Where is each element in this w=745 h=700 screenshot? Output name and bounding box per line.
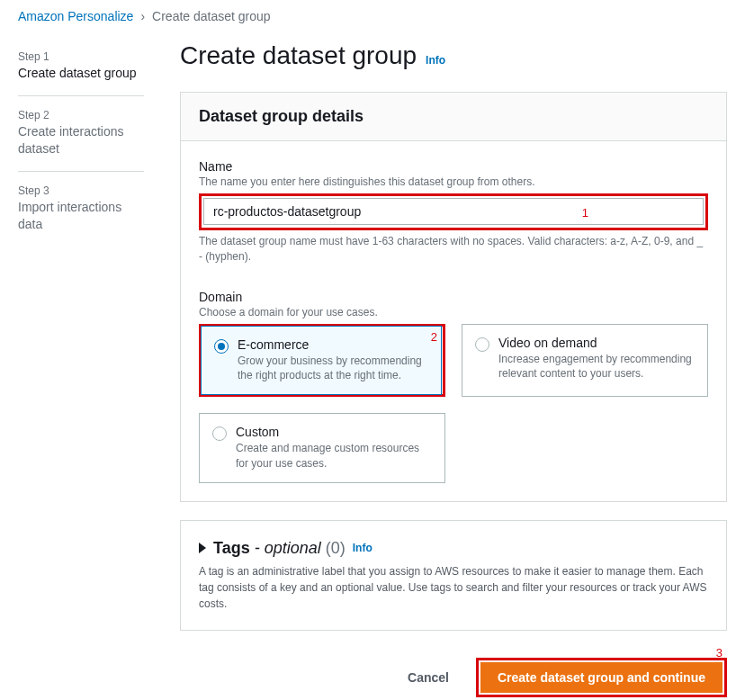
step-2[interactable]: Step 2 Create interactions dataset <box>18 109 144 172</box>
step-label: Step 1 <box>18 50 144 63</box>
step-title: Create interactions dataset <box>18 123 144 158</box>
tags-info-link[interactable]: Info <box>353 542 372 554</box>
tile-title: Custom <box>236 425 432 439</box>
create-dataset-group-button[interactable]: Create dataset group and continue <box>480 662 723 693</box>
caret-right-icon[interactable] <box>199 543 206 553</box>
panel-heading: Dataset group details <box>199 107 708 126</box>
tile-desc: Grow your business by recommending the r… <box>238 354 428 384</box>
breadcrumb-root[interactable]: Amazon Personalize <box>18 9 133 23</box>
page-title: Create dataset group <box>180 41 417 70</box>
name-label: Name <box>199 159 708 174</box>
tags-desc: A tag is an administrative label that yo… <box>199 563 708 612</box>
domain-desc: Choose a domain for your use cases. <box>199 306 708 319</box>
step-title: Import interactions data <box>18 199 144 234</box>
breadcrumb-current: Create dataset group <box>152 9 271 23</box>
annotation-1: 1 <box>582 205 588 219</box>
radio-icon <box>212 426 227 441</box>
tile-title: E-commerce <box>238 337 428 352</box>
tile-title: Video on demand <box>498 336 695 350</box>
radio-icon <box>475 337 489 352</box>
wizard-sidebar: Step 1 Create dataset group Step 2 Creat… <box>0 32 144 700</box>
tags-panel: Tags - optional (0) Info A tag is an adm… <box>180 520 727 631</box>
annotation-2: 2 <box>431 330 437 344</box>
chevron-right-icon: › <box>140 9 145 23</box>
name-help: The dataset group name must have 1-63 ch… <box>199 234 708 265</box>
annotation-box-2: E-commerce Grow your business by recomme… <box>199 324 445 398</box>
step-title: Create dataset group <box>18 65 144 83</box>
name-input[interactable] <box>203 198 704 225</box>
radio-icon <box>214 339 229 354</box>
step-1[interactable]: Step 1 Create dataset group <box>18 50 144 96</box>
tile-desc: Increase engagement by recommending rele… <box>498 352 695 382</box>
cancel-button[interactable]: Cancel <box>391 663 465 692</box>
step-label: Step 3 <box>18 184 144 197</box>
domain-tile-custom[interactable]: Custom Create and manage custom resource… <box>199 413 445 483</box>
domain-tile-ecommerce[interactable]: E-commerce Grow your business by recomme… <box>201 326 442 396</box>
step-label: Step 2 <box>18 109 144 121</box>
dataset-group-details-panel: Dataset group details Name The name you … <box>180 92 727 502</box>
tags-title: Tags - optional (0) <box>213 539 346 558</box>
annotation-3: 3 <box>716 646 723 660</box>
tags-count: (0) <box>326 539 346 557</box>
tile-desc: Create and manage custom resources for y… <box>236 441 432 471</box>
optional-label: - optional <box>255 539 321 557</box>
info-link[interactable]: Info <box>426 54 445 67</box>
step-3[interactable]: Step 3 Import interactions data <box>18 184 144 247</box>
annotation-box-1: 1 <box>199 193 708 230</box>
domain-label: Domain <box>199 290 708 304</box>
domain-tile-video[interactable]: Video on demand Increase engagement by r… <box>462 324 708 398</box>
annotation-box-3: 3 Create dataset group and continue <box>476 658 727 697</box>
name-desc: The name you enter here distinguishes th… <box>199 175 708 188</box>
breadcrumb: Amazon Personalize › Create dataset grou… <box>0 0 745 32</box>
